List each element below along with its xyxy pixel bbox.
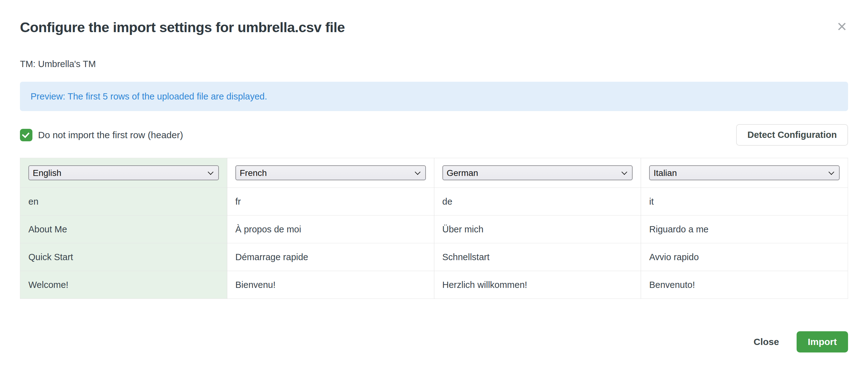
table-row: Welcome! Bienvenu! Herzlich willkommen! … — [20, 271, 848, 299]
table-row: en fr de it — [20, 188, 848, 215]
table-row: Quick Start Démarrage rapide Schnellstar… — [20, 243, 848, 271]
table-cell: Über mich — [434, 215, 641, 243]
table-cell: Welcome! — [20, 271, 227, 299]
table-cell: fr — [227, 188, 434, 215]
language-select-column-2[interactable]: French — [236, 165, 426, 180]
language-select-column-3[interactable]: German — [442, 165, 633, 180]
header-row-checkbox-group[interactable]: Do not import the first row (header) — [20, 129, 183, 141]
header-row-checkbox-label: Do not import the first row (header) — [38, 130, 183, 140]
table-cell: À propos de moi — [227, 215, 434, 243]
language-select-column-4[interactable]: Italian — [649, 165, 840, 180]
preview-info-banner: Preview: The first 5 rows of the uploade… — [20, 82, 848, 111]
language-select-column-1[interactable]: English — [28, 165, 219, 180]
header-row-checkbox[interactable] — [20, 129, 32, 141]
tm-label: TM: Umbrella's TM — [20, 59, 848, 69]
table-cell: Riguardo a me — [641, 215, 848, 243]
table-cell: Benvenuto! — [641, 271, 848, 299]
dialog-header: Configure the import settings for umbrel… — [20, 19, 848, 36]
table-cell: Avvio rapido — [641, 243, 848, 271]
table-cell: About Me — [20, 215, 227, 243]
import-button[interactable]: Import — [797, 331, 848, 352]
table-cell: de — [434, 188, 641, 215]
close-button[interactable]: Close — [753, 337, 779, 347]
table-row: About Me À propos de moi Über mich Rigua… — [20, 215, 848, 243]
language-select-cell: English — [20, 158, 227, 188]
preview-info-text: Preview: The first 5 rows of the uploade… — [31, 91, 267, 102]
table-cell: Démarrage rapide — [227, 243, 434, 271]
language-select-cell: French — [227, 158, 434, 188]
table-cell: en — [20, 188, 227, 215]
detect-configuration-button[interactable]: Detect Configuration — [736, 124, 848, 146]
language-select-cell: German — [434, 158, 641, 188]
checkmark-icon — [22, 130, 30, 138]
dialog-title: Configure the import settings for umbrel… — [20, 19, 345, 36]
language-select-cell: Italian — [641, 158, 848, 188]
table-cell: Quick Start — [20, 243, 227, 271]
csv-preview-table: English French — [20, 158, 848, 299]
options-row: Do not import the first row (header) Det… — [20, 124, 848, 146]
dialog-footer: Close Import — [20, 331, 848, 352]
import-settings-dialog: Configure the import settings for umbrel… — [0, 19, 868, 374]
language-select-row: English French — [20, 158, 848, 188]
close-icon[interactable]: × — [837, 19, 847, 33]
table-cell: Schnellstart — [434, 243, 641, 271]
table-cell: it — [641, 188, 848, 215]
table-cell: Bienvenu! — [227, 271, 434, 299]
table-cell: Herzlich willkommen! — [434, 271, 641, 299]
